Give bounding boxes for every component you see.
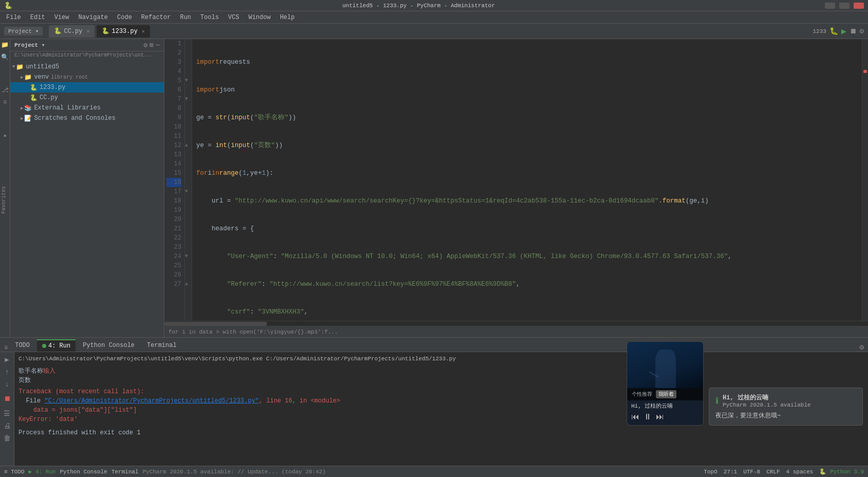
cc-py-file-label: CC.py (40, 94, 58, 101)
arrow-icon: ▶ (21, 116, 23, 121)
run-clear-button[interactable]: 🗑 (3, 433, 12, 444)
output-page-label: 页数 (18, 376, 864, 385)
menu-refactor[interactable]: Refactor (137, 13, 175, 22)
menu-navigate[interactable]: Navigate (74, 13, 112, 22)
folder-icon[interactable]: 📁 (1, 41, 9, 49)
scroll-thumb[interactable] (164, 322, 267, 326)
music-controls: ⏮ ⏸ ⏭ (627, 411, 703, 425)
menu-vcs[interactable]: VCS (224, 13, 243, 22)
music-tabs: 个性推荐 我听着 (627, 388, 703, 400)
scratches-label: Scratches and Consoles (34, 115, 115, 122)
tree-item-scratches[interactable]: ▶ 📝 Scratches and Consoles (10, 113, 164, 123)
horizontal-scrollbar[interactable] (164, 321, 868, 326)
arrow-icon: ▶ (21, 105, 23, 111)
arrow-icon: ▼ (12, 64, 15, 69)
run-print-button[interactable]: 🖨 (3, 421, 12, 431)
menu-window[interactable]: Window (244, 13, 275, 22)
menu-code[interactable]: Code (113, 13, 136, 22)
tree-item-untitled5[interactable]: ▼ 📁 untitled5 (10, 62, 164, 72)
tree-item-ext-libs[interactable]: ▶ 📚 External Libraries (10, 103, 164, 113)
error-stripe-mark (863, 70, 867, 73)
toolbar-right: 1233 🐛 ▶ ⏹ ⚙ (813, 26, 864, 36)
cc-py-close[interactable]: ✕ (86, 28, 89, 34)
music-next-button[interactable]: ⏭ (656, 412, 664, 422)
run-list-button[interactable]: ☰ (3, 408, 11, 419)
tree-item-ccpy[interactable]: 🐍 CC.py (10, 93, 164, 103)
python-console-status-btn[interactable]: Python Console (60, 469, 107, 475)
notification-popup: ℹ Hi, 过桂的云喃 PyCharm 2020.1.5 available 夜… (709, 388, 863, 426)
run-status-btn[interactable]: ▶ 4: Run (29, 468, 56, 475)
run-up-button[interactable]: ↑ (4, 367, 10, 377)
run-play-button[interactable]: ▶ (4, 354, 10, 365)
project-header-title[interactable]: Project ▾ (14, 42, 45, 48)
settings-icon[interactable]: ⚙ (860, 27, 864, 35)
todo-icon: ≡ (4, 344, 8, 352)
maximize-button[interactable] (839, 3, 850, 9)
position-indicator[interactable]: 27:1 (724, 469, 737, 475)
run-down-button[interactable]: ↓ (4, 379, 10, 390)
todo-status-btn[interactable]: ≡ TODO (4, 469, 25, 475)
run-settings-icon[interactable]: ⚙ (860, 343, 864, 352)
terminal-label: Terminal (147, 342, 177, 349)
menu-edit[interactable]: Edit (26, 13, 49, 22)
venv-icon: 📁 (24, 74, 32, 81)
tree-item-1233py[interactable]: 🐍 1233.py (10, 82, 164, 93)
tab-cc-py[interactable]: 🐍 CC.py ✕ (49, 25, 95, 38)
collapse-icon[interactable]: — (156, 41, 160, 49)
music-tab-recommend[interactable]: 个性推荐 (629, 390, 655, 398)
project-selector[interactable]: Project ▾ (4, 27, 43, 35)
bookmark-icon[interactable]: ★ (1, 132, 9, 140)
code-line-5: for i in range(1,ye+1): (196, 169, 858, 178)
toolbar-counter: 1233 (813, 28, 826, 34)
menu-help[interactable]: Help (276, 13, 299, 22)
run-dot (42, 344, 46, 348)
music-tab-listening[interactable]: 我听着 (656, 390, 676, 398)
menu-tools[interactable]: Tools (196, 13, 223, 22)
tab-todo[interactable]: TODO (10, 339, 35, 352)
fold-gutter: ▼ ▼ ▲ ▼ ▼ (185, 39, 192, 321)
run-stop-button[interactable]: ⏹ (3, 394, 12, 404)
tree-item-venv[interactable]: ▶ 📁 venv library root (10, 72, 164, 82)
tab-terminal[interactable]: Terminal (142, 339, 182, 352)
titlebar: 🐍 untitled5 - 1233.py - PyCharm - Admini… (0, 0, 868, 11)
music-play-button[interactable]: ⏸ (644, 412, 652, 422)
menu-file[interactable]: File (2, 13, 25, 22)
search-icon[interactable]: 🔍 (1, 53, 9, 62)
code-line-2: import json (196, 85, 858, 95)
window-controls[interactable] (825, 3, 864, 9)
code-content[interactable]: import requests import json ge = str(inp… (192, 39, 862, 321)
tab-run[interactable]: 4: Run (37, 339, 76, 352)
music-prev-button[interactable]: ⏮ (631, 412, 639, 422)
statusbar: ≡ TODO ▶ 4: Run Python Console Terminal … (0, 466, 868, 477)
file-label: 1233.py (40, 84, 65, 91)
line-sep-indicator[interactable]: CRLF (766, 469, 780, 475)
run-button[interactable]: ▶ (841, 26, 846, 36)
close-button[interactable] (854, 3, 864, 9)
1233-py-close[interactable]: ✕ (142, 28, 145, 34)
arrow-icon: ▶ (21, 75, 23, 80)
python-version[interactable]: 🐍 Python 3.9 (819, 468, 864, 475)
top-label[interactable]: TopO (704, 469, 717, 475)
error-file-link[interactable]: "C:/Users/Administrator/PycharmProjects/… (44, 397, 259, 405)
1233-py-icon: 🐍 (102, 27, 109, 35)
editor-breadcrumb: for i in data > with open('F:\yingyue/{}… (164, 326, 868, 337)
favorites-icon[interactable]: Favorites (1, 206, 9, 214)
tab-python-console[interactable]: Python Console (78, 339, 140, 352)
structure-icon[interactable]: ≡ (1, 99, 9, 107)
run-command-line: C:\Users\Administrator\PycharmProjects\u… (18, 354, 864, 363)
code-editor[interactable]: 1 2 3 4 5 6 7 8 9 10 11 12 13 14 15 16 1… (164, 39, 868, 321)
git-icon[interactable]: ⎇ (1, 86, 9, 95)
minimize-button[interactable] (825, 3, 835, 9)
encoding-indicator[interactable]: UTF-8 (743, 469, 760, 475)
debug-icon[interactable]: 🐛 (829, 27, 838, 35)
expand-icon[interactable]: ⊞ (149, 41, 154, 49)
indent-indicator[interactable]: 4 spaces (786, 469, 814, 475)
toolbar: Project ▾ 🐍 CC.py ✕ 🐍 1233.py ✕ 1233 🐛 ▶… (0, 24, 868, 39)
ext-libs-label: External Libraries (34, 104, 101, 112)
menu-run[interactable]: Run (176, 13, 195, 22)
terminal-status-btn[interactable]: Terminal (111, 469, 139, 475)
stop-button[interactable]: ⏹ (850, 27, 857, 35)
tab-1233-py[interactable]: 🐍 1233.py ✕ (97, 25, 149, 38)
menu-view[interactable]: View (50, 13, 73, 22)
cog-icon[interactable]: ⚙ (144, 41, 148, 49)
